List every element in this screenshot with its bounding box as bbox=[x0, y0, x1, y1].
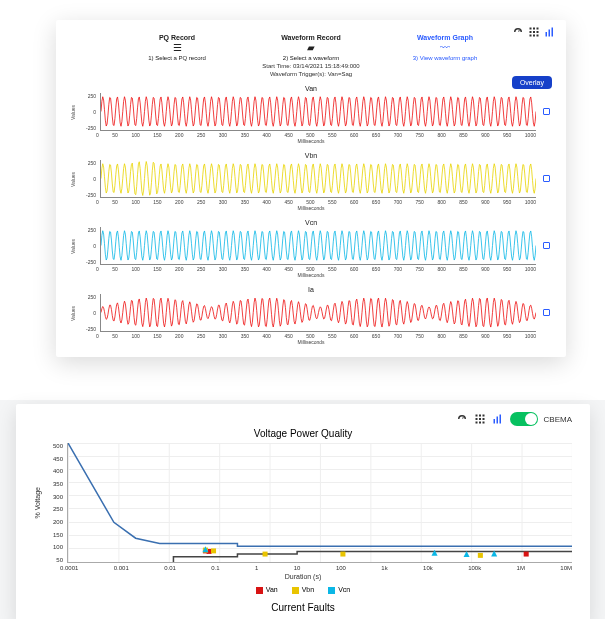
grid-icon[interactable] bbox=[474, 413, 486, 425]
y-ticks: 2500-250 bbox=[82, 160, 96, 198]
stepper: PQ Record ☰ 1) Select a PQ record Wavefo… bbox=[110, 34, 512, 61]
cbema-card: CBEMA Voltage Power Quality % Voltage 50… bbox=[16, 404, 590, 619]
waveform-plot bbox=[100, 227, 536, 265]
svg-rect-23 bbox=[499, 415, 501, 424]
svg-rect-21 bbox=[493, 419, 495, 424]
legend: Van Vbn Vcn bbox=[34, 586, 572, 594]
x-axis-label: Milliseconds bbox=[70, 205, 552, 211]
svg-rect-18 bbox=[475, 422, 477, 424]
step-pq-record[interactable]: PQ Record ☰ 1) Select a PQ record bbox=[110, 34, 244, 61]
svg-rect-29 bbox=[263, 552, 268, 557]
y-axis-label: % Voltage bbox=[34, 487, 41, 519]
y-axis-label: Values bbox=[70, 239, 78, 254]
svg-rect-2 bbox=[537, 28, 539, 30]
x-axis-label: Milliseconds bbox=[70, 272, 552, 278]
svg-rect-16 bbox=[479, 418, 481, 420]
legend-van: Van bbox=[256, 586, 278, 594]
cbema-toggle[interactable] bbox=[510, 412, 538, 426]
svg-rect-30 bbox=[340, 552, 345, 557]
waveform-vcn: VcnValues2500-25005010015020025030035040… bbox=[70, 219, 552, 278]
svg-rect-5 bbox=[537, 31, 539, 33]
svg-rect-31 bbox=[478, 553, 483, 558]
waveform-checkbox[interactable] bbox=[540, 108, 552, 116]
waveform-vbn: VbnValues2500-25005010015020025030035040… bbox=[70, 152, 552, 211]
waveform-checkbox[interactable] bbox=[540, 175, 552, 183]
x-ticks: 0.00010.0010.010.11101001k10k100k1M10M bbox=[60, 565, 572, 571]
gauge-icon[interactable] bbox=[456, 413, 468, 425]
waveform-plot bbox=[100, 160, 536, 198]
svg-rect-1 bbox=[533, 28, 535, 30]
svg-rect-15 bbox=[475, 418, 477, 420]
svg-rect-4 bbox=[533, 31, 535, 33]
y-ticks: 2500-250 bbox=[82, 227, 96, 265]
y-axis-label: Values bbox=[70, 105, 78, 120]
file-icon: ▰ bbox=[244, 43, 378, 53]
waveform-plot bbox=[100, 93, 536, 131]
waveform-ia: IaValues2500-250050100150200250300350400… bbox=[70, 286, 552, 345]
svg-rect-12 bbox=[475, 415, 477, 417]
y-ticks: 2500-250 bbox=[82, 93, 96, 131]
x-axis-label: Duration (s) bbox=[34, 573, 572, 580]
y-axis-label: Values bbox=[70, 306, 78, 321]
waveform-plot bbox=[100, 294, 536, 332]
svg-rect-22 bbox=[496, 417, 498, 424]
y-axis-label: Values bbox=[70, 172, 78, 187]
y-ticks: 2500-250 bbox=[82, 294, 96, 332]
svg-rect-17 bbox=[482, 418, 484, 420]
wave-icon: 〰 bbox=[378, 43, 512, 53]
waveform-title: Ia bbox=[70, 286, 552, 293]
svg-rect-20 bbox=[482, 422, 484, 424]
svg-rect-13 bbox=[479, 415, 481, 417]
start-time: Start Time: 03/14/2021 15:18:49:000 bbox=[70, 63, 552, 69]
svg-rect-26 bbox=[524, 552, 529, 557]
list-icon: ☰ bbox=[110, 43, 244, 53]
waveform-card: PQ Record ☰ 1) Select a PQ record Wavefo… bbox=[56, 20, 566, 357]
waveform-title: Van bbox=[70, 85, 552, 92]
cbema-plot bbox=[67, 443, 572, 563]
x-axis-label: Milliseconds bbox=[70, 138, 552, 144]
trigger-info: Waveform Trigger(s): Van=Sag bbox=[70, 71, 552, 77]
current-faults-title: Current Faults bbox=[34, 602, 572, 613]
cbema-label: CBEMA bbox=[544, 415, 572, 424]
chart-title: Voltage Power Quality bbox=[34, 428, 572, 439]
waveform-checkbox[interactable] bbox=[540, 309, 552, 317]
step-waveform-graph[interactable]: Waveform Graph 〰 3) View waveform graph bbox=[378, 34, 512, 61]
waveform-checkbox[interactable] bbox=[540, 242, 552, 250]
waveform-title: Vbn bbox=[70, 152, 552, 159]
svg-rect-3 bbox=[530, 31, 532, 33]
svg-rect-0 bbox=[530, 28, 532, 30]
legend-vcn: Vcn bbox=[328, 586, 350, 594]
x-axis-label: Milliseconds bbox=[70, 339, 552, 345]
overlay-button[interactable]: Overlay bbox=[512, 76, 552, 89]
step-waveform-record[interactable]: Waveform Record ▰ 2) Select a waveform bbox=[244, 34, 378, 61]
bar-chart-icon[interactable] bbox=[492, 413, 504, 425]
svg-rect-19 bbox=[479, 422, 481, 424]
svg-rect-14 bbox=[482, 415, 484, 417]
waveform-title: Vcn bbox=[70, 219, 552, 226]
legend-vbn: Vbn bbox=[292, 586, 314, 594]
y-ticks: 50045040035030025020015010050 bbox=[45, 443, 63, 563]
waveform-van: VanValues2500-25005010015020025030035040… bbox=[70, 85, 552, 144]
svg-rect-28 bbox=[211, 548, 216, 553]
